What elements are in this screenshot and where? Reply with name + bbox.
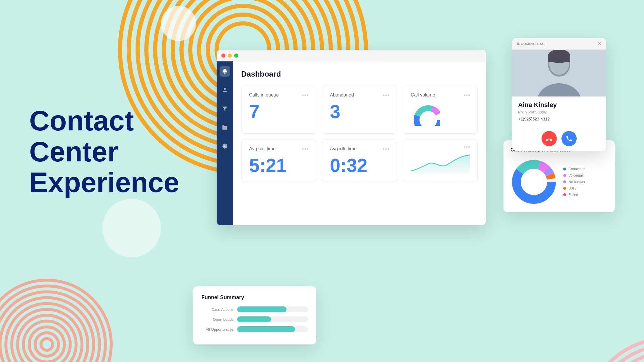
call-panel-header: Incoming Call ✕ — [512, 38, 606, 50]
metric-label-avg-idle: Avg idle time — [330, 146, 357, 151]
window-body: Dashboard Calls in queue 7 Aban — [217, 61, 486, 225]
metric-menu-volume[interactable] — [464, 94, 470, 96]
funnel-track-case-actions — [237, 306, 308, 312]
donut-chart-container: Connected Voicemail No answer Busy Faile… — [511, 158, 608, 205]
caller-name: Aina Kinsley — [518, 101, 600, 109]
avg-metrics-grid: Avg call time 5:21 Avg idle time — [241, 139, 478, 182]
window-dot-red[interactable] — [221, 54, 225, 58]
caller-phone: +1(925)523-4312 — [518, 117, 600, 121]
legend-item-failed: Failed — [563, 193, 585, 197]
call-panel-label: Incoming Call — [517, 42, 547, 46]
svg-marker-33 — [222, 107, 227, 111]
metric-menu-avg-call[interactable] — [302, 148, 308, 150]
funnel-fill-opportunities — [237, 326, 295, 332]
dashboard-main: Dashboard Calls in queue 7 Aban — [233, 61, 486, 225]
funnel-label-case-actions: Case Actions — [201, 307, 234, 312]
hero-text: Contact Center Experience — [29, 105, 199, 198]
sidebar — [217, 61, 233, 225]
caller-info: Aina Kinsley Philly Pet Supply +1(925)52… — [512, 96, 606, 126]
decorative-circles-salmon — [0, 274, 117, 362]
metric-label-abandoned: Abandoned — [330, 92, 354, 98]
metric-card-avg-idle: Avg idle time 0:32 — [322, 139, 397, 182]
metric-card-avg-call: Avg call time 5:21 — [241, 139, 316, 182]
metrics-grid: Calls in queue 7 Abandoned — [241, 86, 478, 134]
metric-menu-avg-idle[interactable] — [383, 148, 389, 150]
accept-call-button[interactable] — [561, 131, 577, 146]
svg-point-22 — [41, 339, 53, 350]
legend-item-voicemail: Voicemail — [563, 173, 585, 177]
funnel-bar-open-leads: Open Leads — [201, 316, 308, 322]
legend-item-no-answer: No answer — [563, 180, 585, 184]
sidebar-item-settings[interactable] — [220, 141, 230, 151]
svg-point-49 — [524, 172, 544, 192]
svg-point-21 — [35, 333, 59, 356]
dashboard-window: Dashboard Calls in queue 7 Aban — [217, 50, 486, 225]
window-dot-yellow[interactable] — [228, 54, 232, 58]
metric-label-queue: Calls in queue — [249, 92, 279, 98]
metric-value-queue: 7 — [249, 102, 308, 121]
decorative-white-circle-top — [161, 6, 196, 41]
legend-dot-failed — [563, 193, 566, 196]
funnel-label-opportunities: All Opportunities — [201, 327, 234, 332]
metric-label-avg-call: Avg call time — [249, 146, 275, 151]
decorative-circles-pink — [492, 245, 644, 362]
donut-chart — [511, 158, 557, 205]
funnel-summary-card: Funnel Summary Case Actions Open Leads A… — [193, 286, 316, 344]
metric-menu-queue[interactable] — [302, 94, 308, 96]
metric-card-abandoned: Abandoned 3 — [322, 86, 397, 134]
metric-menu-abandoned[interactable] — [383, 94, 389, 96]
legend-item-busy: Busy — [563, 186, 585, 190]
legend-label-busy: Busy — [568, 186, 576, 190]
metric-card-call-volume: Call volume — [403, 86, 478, 134]
legend-label-failed: Failed — [568, 193, 578, 197]
decline-call-button[interactable] — [542, 131, 557, 146]
area-chart-menu[interactable] — [411, 146, 470, 148]
window-titlebar — [217, 50, 486, 61]
metric-label-call-volume: Call volume — [411, 92, 435, 98]
metric-card-calls-queue: Calls in queue 7 — [241, 86, 316, 134]
caller-photo — [512, 50, 606, 96]
metric-card-area-chart — [403, 139, 478, 182]
sidebar-item-dashboard[interactable] — [220, 66, 230, 77]
funnel-title: Funnel Summary — [201, 294, 308, 301]
legend-label-no-answer: No answer — [568, 180, 585, 184]
area-chart — [411, 151, 470, 174]
svg-rect-43 — [548, 56, 570, 62]
svg-point-17 — [12, 309, 82, 362]
call-volume-panel: Call volume per disposition Connected Vo… — [503, 140, 615, 212]
metric-value-avg-call: 5:21 — [249, 156, 308, 175]
legend-dot-busy — [563, 187, 566, 190]
sidebar-item-files[interactable] — [220, 122, 230, 133]
legend-label-connected: Connected — [568, 167, 585, 171]
legend-label-voicemail: Voicemail — [568, 173, 583, 177]
funnel-track-opportunities — [237, 326, 308, 332]
legend-item-connected: Connected — [563, 167, 585, 171]
decorative-white-circle-mid — [102, 199, 161, 257]
funnel-fill-open-leads — [237, 316, 271, 322]
funnel-bar-case-actions: Case Actions — [201, 306, 308, 312]
incoming-call-panel: Incoming Call ✕ Aina Kinsley Philly Pet … — [512, 38, 606, 151]
funnel-track-open-leads — [237, 316, 308, 322]
legend-dot-voicemail — [563, 174, 566, 177]
window-dot-green[interactable] — [234, 54, 238, 58]
metric-value-avg-idle: 0:32 — [330, 156, 389, 175]
page-title: Dashboard — [241, 70, 478, 79]
sidebar-item-filter[interactable] — [220, 104, 230, 114]
funnel-label-open-leads: Open Leads — [201, 317, 234, 322]
caller-company: Philly Pet Supply — [518, 110, 600, 114]
funnel-bar-opportunities: All Opportunities — [201, 326, 308, 332]
svg-point-23 — [585, 339, 644, 362]
sidebar-item-contacts[interactable] — [220, 85, 230, 95]
funnel-fill-case-actions — [237, 306, 287, 312]
call-actions — [512, 126, 606, 151]
caller-photo-svg — [512, 50, 606, 96]
metric-value-abandoned: 3 — [330, 102, 389, 121]
call-close-button[interactable]: ✕ — [597, 41, 601, 46]
chart-legend: Connected Voicemail No answer Busy Faile… — [563, 167, 585, 197]
mini-donut-chart — [411, 102, 440, 126]
legend-dot-no-answer — [563, 180, 566, 183]
legend-dot-connected — [563, 168, 566, 170]
